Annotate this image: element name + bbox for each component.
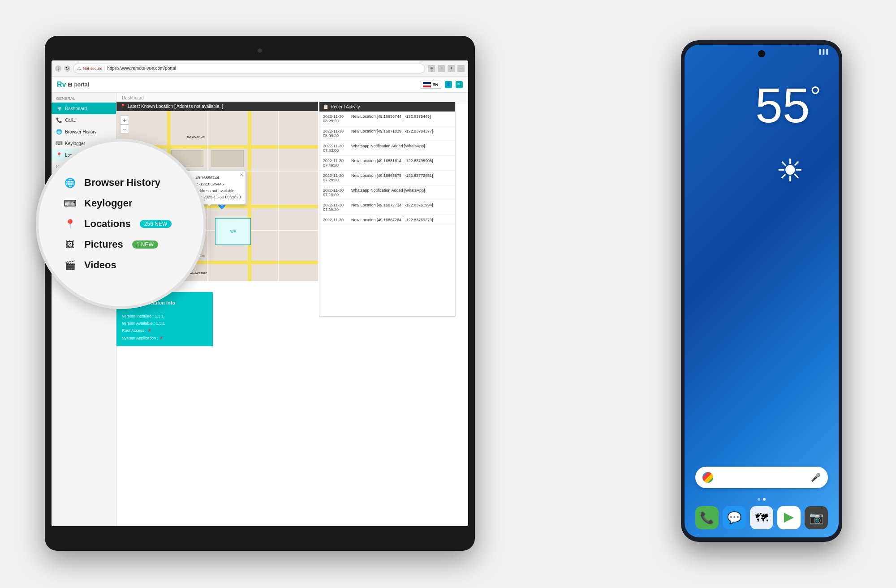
dock-maps-app[interactable]: 🗺 [750, 506, 773, 529]
reload-button[interactable]: ↻ [64, 65, 70, 72]
phone-dock: 📞 💬 🗺 📷 [694, 506, 830, 529]
ra-desc-4: New Location [49.16865875 | -122.8377295… [351, 173, 452, 178]
phone-notch [758, 50, 765, 57]
sidebar-dashboard-label: Dashboard [65, 106, 87, 111]
ra-time-7: 2022-11-30 [323, 218, 348, 222]
ra-time-5: 2022-11-3007:18:00 [323, 188, 348, 197]
sidebar-general-label: General [52, 93, 116, 103]
phone-page-dots [758, 498, 766, 501]
road-v-2 [248, 111, 251, 281]
phone-mic-icon[interactable]: 🎤 [811, 472, 821, 482]
ra-desc-1: New Location [49.16871839 | -122.8378457… [351, 129, 452, 133]
smartphone-screen: ▐▐▐ 55° ☀ 🎤 📞 💬 🗺 📷 [685, 45, 839, 537]
magnify-item-keylogger[interactable]: ⌨ Keylogger [63, 196, 193, 210]
magnify-keylogger-icon: ⌨ [63, 196, 77, 210]
magnify-pictures-label: Pictures [84, 239, 123, 250]
phone-search-bar[interactable]: 🎤 [695, 467, 828, 488]
tablet-camera [258, 48, 262, 53]
sidebar-item-dashboard[interactable]: ⊞ Dashboard [52, 103, 116, 114]
ra-header-icon: 📋 [323, 104, 328, 109]
browser-history-icon: 🌐 [56, 129, 62, 135]
map-header: 📍 Latest Known Location [ Address not av… [116, 102, 318, 111]
dock-phone-app[interactable]: 📞 [695, 506, 719, 529]
profile-icon[interactable]: 👤 [445, 81, 452, 88]
dock-chat-app[interactable]: 💬 [723, 506, 746, 529]
magnify-browser-history-label: Browser History [84, 177, 160, 189]
app-header: Rv ⊞ portal EN 👤 🔍 [52, 77, 468, 93]
ra-item-2: 2022-11-3007:53:00 Whatsapp Notification… [319, 141, 455, 156]
ra-desc-7: New Location [49.16867264 | -122.8376927… [351, 218, 452, 222]
keylogger-icon: ⌨ [56, 140, 62, 146]
magnify-videos-icon: 🎬 [63, 258, 77, 272]
magnify-locations-label: Locations [84, 218, 131, 230]
sidebar-item-call[interactable]: 📞 Call... [52, 114, 116, 126]
map-label-92ave: 92 Avenue [187, 135, 205, 139]
magnify-item-pictures[interactable]: 🖼 Pictures 1 NEW [63, 237, 193, 252]
search-icon[interactable]: ⊕ [428, 65, 435, 72]
ra-time-0: 2022-11-3008:29:20 [323, 114, 348, 123]
search-header-icon[interactable]: 🔍 [456, 81, 463, 88]
sidebar-call-label: Call... [65, 118, 77, 123]
sidebar-item-browser-history[interactable]: 🌐 Browser History [52, 126, 116, 137]
ra-item-5: 2022-11-3007:18:00 Whatsapp Notification… [319, 185, 455, 200]
magnify-pictures-icon: 🖼 [63, 237, 77, 252]
zoom-out-btn[interactable]: − [120, 124, 129, 133]
app-title: portal [74, 82, 89, 88]
root-x-icon: ✗ [148, 328, 151, 333]
app-logo: Rv ⊞ portal [57, 81, 89, 89]
more-icon[interactable]: ⋯ [457, 65, 465, 72]
ra-desc-6: New Location [49.16872734 | -122.8376199… [351, 203, 452, 207]
star-icon[interactable]: ☆ [438, 65, 445, 72]
map-zoom: + − [120, 116, 129, 133]
signal-icon: ▐▐▐ [818, 49, 828, 54]
logo-icon: Rv [57, 81, 66, 89]
dock-play-app[interactable] [777, 506, 801, 529]
street-v-2 [278, 111, 279, 281]
block-2 [211, 150, 244, 167]
google-logo [702, 472, 713, 483]
ra-item-4: 2022-11-3007:29:20 New Location [49.1686… [319, 171, 455, 185]
sidebar-browser-history-label: Browser History [65, 129, 97, 134]
ra-desc-0: New Location [49.16856744 | -122.8375445… [351, 114, 452, 119]
ra-desc-3: New Location [49.16881614 | -122.8379590… [351, 159, 452, 163]
zoom-in-btn[interactable]: + [120, 116, 129, 124]
magnify-item-locations[interactable]: 📍 Locations 256 NEW [63, 217, 193, 231]
locations-icon: 📍 [56, 152, 62, 158]
ra-time-6: 2022-11-3007:09:20 [323, 203, 348, 212]
back-button[interactable]: ‹ [55, 65, 61, 72]
ra-time-2: 2022-11-3007:53:00 [323, 144, 348, 153]
ra-desc-5: Whatsapp Notification Added [WhatsApp] [351, 188, 452, 193]
ra-item-6: 2022-11-3007:09:20 New Location [49.1687… [319, 200, 455, 215]
phone-temperature: 55° [755, 81, 821, 130]
flag-icon [423, 82, 431, 87]
sidebar-keylogger-label: Keylogger [65, 141, 85, 146]
address-separator: | [104, 66, 106, 71]
app-info-root: Root Access : ✗ [122, 327, 207, 334]
system-x-icon: ✗ [159, 336, 163, 340]
smartphone: ▐▐▐ 55° ☀ 🎤 📞 💬 🗺 📷 [681, 40, 842, 542]
magnify-item-browser-history[interactable]: 🌐 Browser History [63, 176, 193, 190]
ra-item-0: 2022-11-3008:29:20 New Location [49.1685… [319, 112, 455, 126]
magnify-item-videos[interactable]: 🎬 Videos [63, 258, 193, 272]
security-warning-text: Not secure [83, 66, 103, 71]
magnify-pictures-badge: 1 NEW [132, 240, 158, 249]
magnify-locations-badge: 256 NEW [140, 220, 172, 228]
phone-dot-2 [763, 498, 766, 501]
sun-symbol: ☀ [776, 153, 804, 188]
dock-camera-app[interactable]: 📷 [805, 506, 828, 529]
temp-value: 55 [755, 77, 810, 133]
browser-actions: ⊕ ☆ ⬇ ⋯ [428, 65, 465, 72]
popup-close-btn[interactable]: ✕ [240, 172, 243, 177]
language-button[interactable]: EN [420, 81, 441, 89]
ra-time-3: 2022-11-3007:49:20 [323, 159, 348, 167]
ra-time-4: 2022-11-3007:29:20 [323, 173, 348, 182]
app-info-version-installed: Version Installed : 1.3.1 [122, 313, 207, 320]
magnify-videos-label: Videos [84, 259, 116, 271]
call-icon: 📞 [56, 117, 62, 123]
phone-weather-icon: ☀ [776, 152, 812, 188]
ra-header: 📋 Recent Activity [319, 102, 455, 112]
address-bar[interactable]: ⚠ Not secure | https://www.remote-vue.co… [73, 64, 425, 73]
download-icon[interactable]: ⬇ [448, 65, 455, 72]
temp-degree: ° [810, 81, 821, 111]
location-placeholder-1: N/A [215, 218, 251, 245]
